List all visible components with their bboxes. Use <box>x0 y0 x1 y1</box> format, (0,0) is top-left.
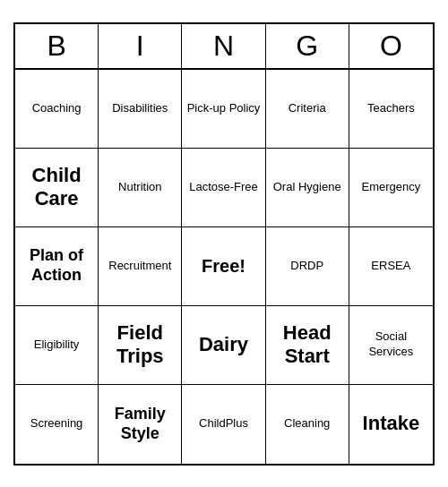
bingo-cell: Intake <box>349 385 433 464</box>
bingo-cell: Criteria <box>266 70 349 149</box>
bingo-cell: Oral Hygiene <box>266 149 349 227</box>
bingo-cell: Family Style <box>99 385 182 464</box>
bingo-cell: Pick-up Policy <box>182 70 265 149</box>
bingo-cell: Cleaning <box>266 385 349 464</box>
bingo-cell: ChildPlus <box>182 385 265 464</box>
bingo-card: BINGO CoachingDisabilitiesPick-up Policy… <box>13 22 435 466</box>
bingo-header: BINGO <box>15 24 433 70</box>
bingo-cell: Dairy <box>182 306 265 385</box>
bingo-cell: Head Start <box>266 306 349 385</box>
bingo-cell: Nutrition <box>99 149 182 227</box>
bingo-cell: Social Services <box>349 306 433 385</box>
bingo-cell: Free! <box>182 227 265 306</box>
header-letter: O <box>349 24 433 68</box>
bingo-cell: Screening <box>15 385 99 464</box>
bingo-cell: Disabilities <box>99 70 182 149</box>
header-letter: G <box>266 24 349 68</box>
bingo-cell: Field Trips <box>99 306 182 385</box>
bingo-cell: ERSEA <box>349 227 433 306</box>
bingo-cell: Teachers <box>349 70 433 149</box>
bingo-cell: Coaching <box>15 70 99 149</box>
header-letter: I <box>99 24 182 68</box>
bingo-cell: Plan of Action <box>15 227 99 306</box>
header-letter: B <box>15 24 99 68</box>
bingo-cell: Eligibility <box>15 306 99 385</box>
bingo-cell: Child Care <box>15 149 99 227</box>
bingo-cell: DRDP <box>266 227 349 306</box>
bingo-cell: Recruitment <box>99 227 182 306</box>
bingo-cell: Emergency <box>349 149 433 227</box>
bingo-grid: CoachingDisabilitiesPick-up PolicyCriter… <box>15 70 433 464</box>
bingo-cell: Lactose-Free <box>182 149 265 227</box>
header-letter: N <box>182 24 265 68</box>
